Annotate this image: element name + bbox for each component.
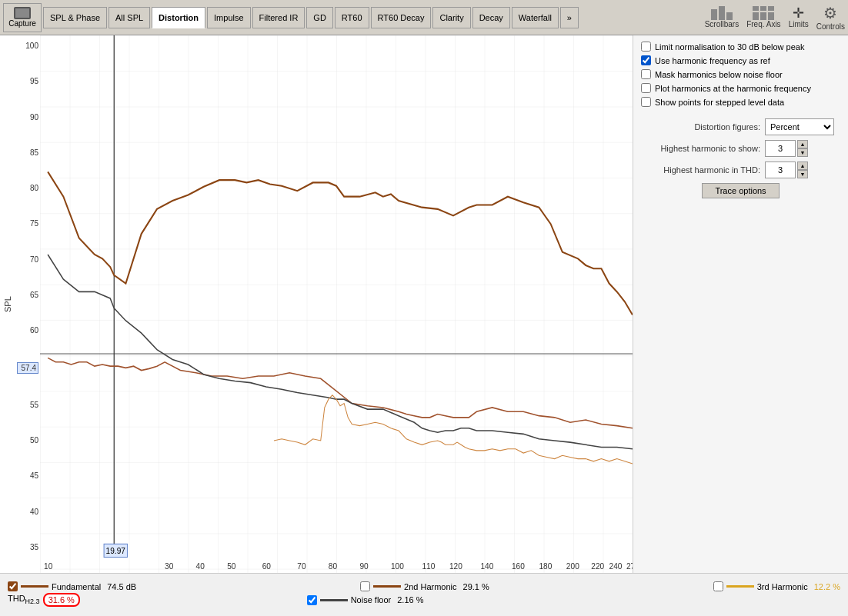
highest-harmonic-thd-down[interactable]: ▼	[797, 170, 808, 178]
limits-control[interactable]: ✛ Limits	[789, 6, 809, 28]
legend-noise-check[interactable]	[307, 595, 317, 605]
svg-text:240: 240	[609, 561, 623, 570]
toolbar: Capture SPL & Phase All SPL Distortion I…	[0, 0, 848, 35]
checkbox-use-harmonic-label[interactable]: Use harmonic frequency as ref	[655, 56, 770, 65]
svg-text:10: 10	[44, 561, 52, 570]
checkbox-limit-normalisation-label[interactable]: Limit normalisation to 30 dB below peak	[655, 42, 804, 52]
svg-text:220: 220	[591, 561, 604, 570]
checkbox-mask-harmonics[interactable]	[641, 69, 651, 79]
options-panel: Limit normalisation to 30 dB below peak …	[633, 35, 848, 573]
highest-harmonic-thd-spinners: ▲ ▼	[797, 161, 808, 178]
trace-options-button[interactable]: Trace options	[702, 183, 779, 198]
svg-text:200: 200	[566, 561, 579, 570]
option-row-3: Mask harmonics below noise floor	[641, 69, 840, 79]
tab-distortion[interactable]: Distortion	[152, 7, 205, 28]
checkbox-mask-harmonics-label[interactable]: Mask harmonics below noise floor	[655, 70, 783, 79]
svg-text:70: 70	[297, 561, 305, 570]
2nd-harmonic-line	[373, 585, 401, 588]
option-row-4: Plot harmonics at the harmonic frequency	[641, 83, 840, 93]
legend-fundamental-check[interactable]	[8, 581, 18, 591]
tab-clarity[interactable]: Clarity	[432, 7, 470, 28]
tab-decay[interactable]: Decay	[472, 7, 510, 28]
checkbox-show-points[interactable]	[641, 97, 651, 107]
capture-button[interactable]: Capture	[3, 3, 42, 32]
highest-harmonic-spinners: ▲ ▼	[797, 140, 808, 157]
y-tick: 50	[17, 436, 38, 445]
tab-more[interactable]: »	[560, 7, 579, 28]
freq-axis-icon	[753, 6, 774, 20]
y-tick: 85	[17, 148, 38, 157]
svg-text:110: 110	[422, 561, 435, 570]
legend-thd: THDH2.3 31.6 %	[8, 593, 80, 607]
tab-spl-phase[interactable]: SPL & Phase	[43, 7, 107, 28]
y-tick: 70	[17, 255, 38, 264]
controls-button[interactable]: ⚙ Controls	[816, 4, 845, 31]
chart-svg: 19.97 10 30 40 50 60 70 80 90 100 110 12…	[40, 35, 633, 573]
fundamental-value: 74.5 dB	[107, 582, 136, 591]
checkbox-plot-harmonics-label[interactable]: Plot harmonics at the harmonic frequency	[655, 84, 811, 93]
scrollbars-control[interactable]: Scrollbars	[705, 6, 739, 28]
3rd-harmonic-label: 3rd Harmonic	[757, 582, 808, 591]
tab-waterfall[interactable]: Waterfall	[512, 7, 559, 28]
freq-axis-control[interactable]: Freq. Axis	[746, 6, 780, 28]
bottom-legend: Fundamental 74.5 dB 2nd Harmonic 29.1 % …	[0, 573, 848, 616]
highest-harmonic-thd-up[interactable]: ▲	[797, 161, 808, 170]
move-icon: ✛	[793, 6, 804, 20]
fundamental-line	[21, 585, 48, 588]
highest-harmonic-thd-input[interactable]	[765, 161, 796, 178]
distortion-figures-label: Distortion figures:	[641, 122, 760, 132]
tab-rt60-decay[interactable]: RT60 Decay	[371, 7, 432, 28]
legend-noise-floor: Noise floor 2.16 %	[307, 595, 424, 605]
option-row-1: Limit normalisation to 30 dB below peak	[641, 42, 840, 52]
legend-2nd-check[interactable]	[360, 581, 370, 591]
highest-harmonic-field: ▲ ▼	[765, 140, 808, 157]
gear-icon: ⚙	[823, 4, 837, 22]
capture-icon	[14, 7, 31, 19]
highest-harmonic-thd-label: Highest harmonic in THD:	[641, 165, 760, 175]
y-tick: 45	[17, 471, 38, 480]
thd-label: THDH2.3	[8, 594, 40, 605]
legend-row-2: THDH2.3 31.6 % Noise floor 2.16 %	[8, 593, 840, 607]
thd-badge: 31.6 %	[43, 593, 80, 607]
highest-harmonic-down[interactable]: ▼	[797, 148, 808, 157]
checkbox-limit-normalisation[interactable]	[641, 42, 651, 52]
svg-text:30: 30	[165, 561, 173, 570]
toolbar-right: Scrollbars Freq. Axis ✛ Limits ⚙ Control…	[705, 4, 845, 31]
distortion-figures-value: Percent dB	[765, 118, 834, 135]
distortion-figures-select[interactable]: Percent dB	[765, 118, 834, 135]
tab-gd[interactable]: GD	[306, 7, 333, 28]
svg-text:40: 40	[196, 561, 205, 570]
legend-3rd-harmonic: 3rd Harmonic 12.2 %	[713, 581, 840, 591]
legend-3rd-check[interactable]	[713, 581, 723, 591]
svg-text:80: 80	[329, 561, 337, 570]
fundamental-label: Fundamental	[52, 582, 101, 591]
svg-text:50: 50	[227, 561, 235, 570]
tab-rt60[interactable]: RT60	[335, 7, 369, 28]
limits-label: Limits	[789, 20, 809, 28]
capture-label: Capture	[8, 19, 36, 28]
option-row-5: Show points for stepped level data	[641, 97, 840, 107]
tab-all-spl[interactable]: All SPL	[109, 7, 150, 28]
tab-impulse[interactable]: Impulse	[207, 7, 251, 28]
svg-text:19.97: 19.97	[106, 547, 126, 555]
svg-text:160: 160	[512, 561, 525, 570]
chart-wrapper[interactable]: 19.97 10 30 40 50 60 70 80 90 100 110 12…	[40, 35, 633, 573]
2nd-harmonic-label: 2nd Harmonic	[404, 582, 456, 591]
noise-floor-label: Noise floor	[351, 595, 392, 604]
highest-harmonic-input[interactable]	[765, 140, 796, 157]
checkbox-show-points-label[interactable]: Show points for stepped level data	[655, 98, 784, 107]
highest-harmonic-up[interactable]: ▲	[797, 140, 808, 148]
noise-floor-line	[320, 599, 348, 601]
freq-axis-label: Freq. Axis	[746, 20, 780, 28]
distortion-figures-row: Distortion figures: Percent dB	[641, 118, 840, 135]
checkbox-use-harmonic[interactable]	[641, 55, 651, 65]
y-tick: 40	[17, 508, 38, 516]
svg-text:90: 90	[359, 561, 368, 570]
highest-harmonic-label: Highest harmonic to show:	[641, 144, 760, 153]
svg-text:120: 120	[449, 561, 462, 570]
y-tick: 100	[17, 42, 38, 50]
svg-text:140: 140	[480, 561, 493, 570]
y-tick: 55	[17, 401, 38, 409]
tab-filtered-ir[interactable]: Filtered IR	[252, 7, 305, 28]
checkbox-plot-harmonics[interactable]	[641, 83, 651, 93]
